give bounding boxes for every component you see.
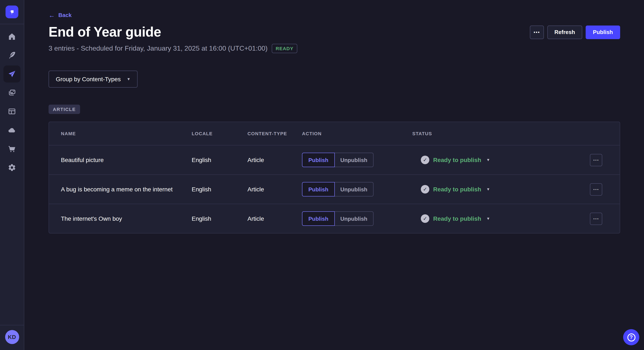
refresh-button[interactable]: Refresh xyxy=(547,25,582,39)
main-content: ← Back End of Year guide ⋯ Refresh Publi… xyxy=(24,0,644,350)
row-unpublish-button[interactable]: Unpublish xyxy=(335,182,373,196)
layout-icon xyxy=(8,107,16,116)
chevron-down-icon: ▼ xyxy=(486,217,490,220)
row-publish-button[interactable]: Publish xyxy=(302,182,335,196)
back-label: Back xyxy=(58,12,72,18)
entry-content-type: Article xyxy=(248,215,302,222)
entry-name: Beautiful picture xyxy=(49,157,192,163)
more-icon: ⋯ xyxy=(593,186,599,193)
group-by-label: Group by Content-Types xyxy=(56,76,121,82)
logo-container xyxy=(0,0,24,24)
row-publish-button[interactable]: Publish xyxy=(302,211,335,226)
gear-icon xyxy=(8,163,16,172)
more-icon: ⋯ xyxy=(533,28,540,36)
row-more-button[interactable]: ⋯ xyxy=(590,183,602,195)
media-icon xyxy=(8,88,16,97)
status-dropdown[interactable]: ✓ Ready to publish ▼ xyxy=(421,185,490,193)
column-header-content-type: CONTENT-TYPE xyxy=(248,131,302,136)
row-unpublish-button[interactable]: Unpublish xyxy=(335,153,373,167)
publish-button[interactable]: Publish xyxy=(586,25,620,39)
table-row: A bug is becoming a meme on the internet… xyxy=(49,174,620,204)
back-arrow-icon: ← xyxy=(48,12,55,18)
header-actions: ⋯ Refresh Publish xyxy=(530,25,620,39)
entry-name: The internet's Own boy xyxy=(49,215,192,222)
release-more-button[interactable]: ⋯ xyxy=(530,25,544,39)
column-header-locale: LOCALE xyxy=(192,131,248,136)
sidebar-item-media-library[interactable] xyxy=(4,84,20,101)
chevron-down-icon: ▼ xyxy=(486,158,490,162)
entry-content-type: Article xyxy=(248,186,302,193)
row-unpublish-button[interactable]: Unpublish xyxy=(335,211,373,226)
table-header-row: NAME LOCALE CONTENT-TYPE ACTION STATUS xyxy=(49,122,620,145)
entry-locale: English xyxy=(192,215,248,222)
row-more-button[interactable]: ⋯ xyxy=(590,212,602,225)
column-header-name: NAME xyxy=(49,131,192,136)
row-publish-button[interactable]: Publish xyxy=(302,153,335,167)
sidebar: KD xyxy=(0,0,24,350)
sidebar-item-settings[interactable] xyxy=(4,159,20,176)
sidebar-item-content-type-builder[interactable] xyxy=(4,103,20,120)
sidebar-item-releases[interactable] xyxy=(4,65,20,82)
status-label: Ready to publish xyxy=(433,186,481,193)
back-link[interactable]: ← Back xyxy=(48,12,72,18)
table-row: Beautiful picture English Article Publis… xyxy=(49,145,620,174)
ready-status-badge: READY xyxy=(272,44,297,53)
sidebar-item-deploy[interactable] xyxy=(4,122,20,139)
status-dropdown[interactable]: ✓ Ready to publish ▼ xyxy=(421,156,490,164)
check-circle-icon: ✓ xyxy=(421,156,429,164)
home-icon xyxy=(8,32,16,41)
send-icon xyxy=(8,70,16,78)
entries-table: NAME LOCALE CONTENT-TYPE ACTION STATUS B… xyxy=(48,122,620,233)
page-title: End of Year guide xyxy=(48,24,161,40)
app-window: KD ← Back End of Year guide ⋯ Refresh Pu… xyxy=(0,0,644,350)
column-header-action: ACTION xyxy=(302,131,412,136)
sidebar-item-home[interactable] xyxy=(4,28,20,45)
check-circle-icon: ✓ xyxy=(421,185,429,193)
chevron-down-icon: ▼ xyxy=(486,187,490,191)
help-button[interactable]: ? xyxy=(623,329,639,345)
release-subtitle: 3 entries - Scheduled for Friday, Januar… xyxy=(48,45,268,52)
sidebar-nav xyxy=(4,28,20,176)
table-body: Beautiful picture English Article Publis… xyxy=(49,145,620,233)
content-type-group-badge: ARTICLE xyxy=(48,105,80,114)
entry-locale: English xyxy=(192,186,248,193)
entry-content-type: Article xyxy=(248,157,302,163)
avatar[interactable]: KD xyxy=(5,330,19,344)
chevron-down-icon: ▼ xyxy=(127,77,130,81)
sidebar-footer: KD xyxy=(0,325,24,350)
strapi-mark-icon xyxy=(8,8,16,16)
more-icon: ⋯ xyxy=(593,215,599,222)
row-more-button[interactable]: ⋯ xyxy=(590,154,602,166)
action-segmented-control: Publish Unpublish xyxy=(302,153,373,167)
sidebar-item-marketplace[interactable] xyxy=(4,140,20,157)
column-header-status: STATUS xyxy=(412,131,590,136)
action-segmented-control: Publish Unpublish xyxy=(302,211,373,226)
sidebar-item-content-manager[interactable] xyxy=(4,47,20,64)
feather-icon xyxy=(8,51,16,59)
status-label: Ready to publish xyxy=(433,157,481,163)
action-segmented-control: Publish Unpublish xyxy=(302,182,373,196)
table-row: The internet's Own boy English Article P… xyxy=(49,204,620,233)
strapi-logo-icon[interactable] xyxy=(6,5,18,18)
cart-icon xyxy=(8,145,16,153)
entry-locale: English xyxy=(192,157,248,163)
more-icon: ⋯ xyxy=(593,157,599,163)
group-by-dropdown[interactable]: Group by Content-Types ▼ xyxy=(48,71,138,88)
check-circle-icon: ✓ xyxy=(421,214,429,223)
entry-name: A bug is becoming a meme on the internet xyxy=(49,186,192,193)
cloud-icon xyxy=(8,126,16,134)
help-icon: ? xyxy=(627,333,635,341)
status-label: Ready to publish xyxy=(433,215,481,222)
status-dropdown[interactable]: ✓ Ready to publish ▼ xyxy=(421,214,490,223)
